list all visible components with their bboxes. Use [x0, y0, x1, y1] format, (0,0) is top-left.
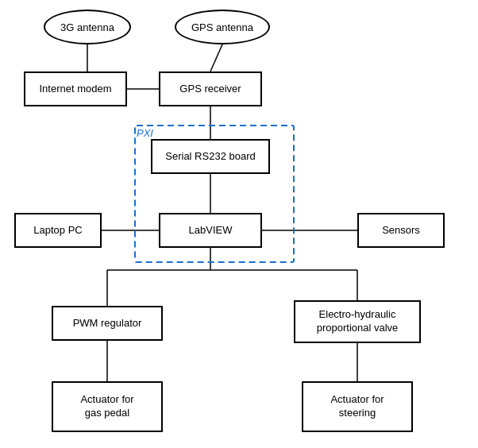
node-gps-antenna: GPS antenna: [175, 10, 270, 44]
node-sensors: Sensors: [357, 213, 445, 248]
node-laptop-pc: Laptop PC: [14, 213, 102, 248]
node-gps-receiver: GPS receiver: [159, 71, 262, 106]
node-actuator-gas: Actuator forgas pedal: [52, 381, 163, 432]
node-actuator-steering: Actuator forsteering: [302, 381, 413, 432]
node-labview: LabVIEW: [159, 213, 262, 248]
node-3g-antenna: 3G antenna: [44, 10, 131, 44]
svg-line-1: [210, 44, 222, 71]
node-internet-modem: Internet modem: [24, 71, 127, 106]
node-electro-hydraulic: Electro-hydraulicproportional valve: [294, 300, 421, 343]
diagram: 3G antenna GPS antenna Internet modem GP…: [0, 0, 478, 448]
node-pwm-regulator: PWM regulator: [52, 306, 163, 341]
node-serial-rs232: Serial RS232 board: [151, 139, 270, 174]
pxi-label: PXI: [137, 127, 153, 139]
